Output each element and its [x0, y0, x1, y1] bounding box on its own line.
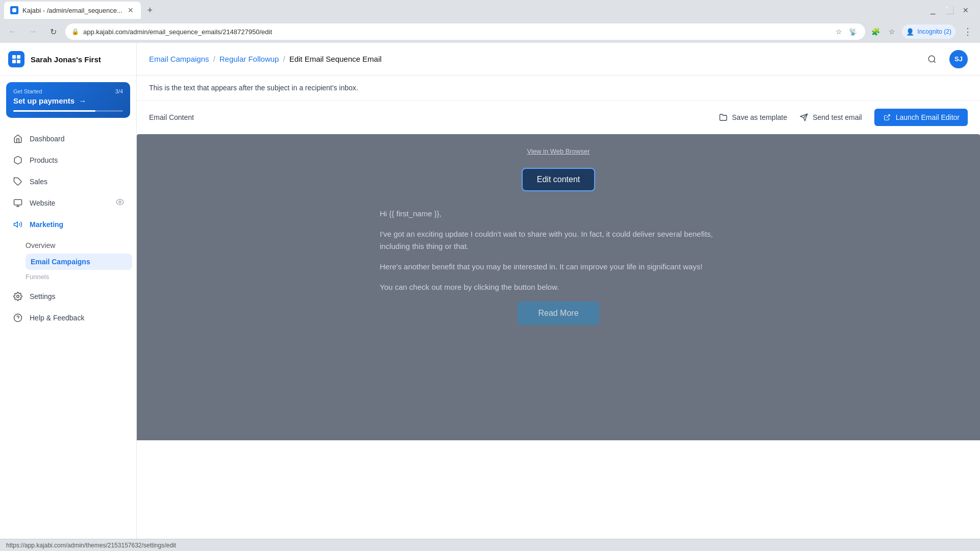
- edit-content-overlay: Edit content: [149, 168, 968, 191]
- email-paragraph-1: I've got an exciting update I couldn't w…: [380, 228, 737, 253]
- sidebar-item-settings[interactable]: Settings: [4, 286, 132, 307]
- extensions-icon[interactable]: 🧩: [869, 26, 881, 38]
- monitor-icon: [12, 197, 23, 209]
- main-content: Email Campaigns / Regular Followup / Edi…: [137, 43, 980, 539]
- question-icon: [12, 312, 23, 323]
- edit-content-button[interactable]: Edit content: [522, 168, 596, 191]
- view-in-browser-link[interactable]: View in Web Browser: [527, 147, 590, 155]
- save-template-button[interactable]: Save as template: [719, 113, 787, 122]
- preview-text-section: This is the text that appears after the …: [137, 76, 980, 101]
- svg-rect-4: [17, 60, 20, 63]
- subnav-email-campaigns[interactable]: Email Campaigns: [26, 254, 132, 270]
- settings-label: Settings: [30, 292, 56, 300]
- breadcrumb-regular-followup[interactable]: Regular Followup: [219, 55, 279, 63]
- lock-icon: 🔒: [71, 28, 79, 35]
- bookmark-icon[interactable]: ☆: [832, 26, 845, 38]
- eye-icon: [116, 198, 124, 208]
- app-layout: Sarah Jonas's First Get Started 3/4 Set …: [0, 43, 980, 539]
- breadcrumb-email-campaigns[interactable]: Email Campaigns: [149, 55, 209, 63]
- browser-menu-button[interactable]: ⋮: [960, 23, 976, 40]
- minimize-button[interactable]: ⎯: [927, 4, 939, 16]
- svg-rect-3: [12, 60, 16, 63]
- svg-point-9: [119, 201, 121, 203]
- subnav-funnels[interactable]: Funnels: [26, 270, 132, 284]
- sales-label: Sales: [30, 178, 47, 186]
- email-paragraph-2: Here's another benefit that you may be i…: [380, 261, 737, 273]
- launch-email-editor-button[interactable]: Launch Email Editor: [874, 109, 968, 126]
- progress-bar: [13, 110, 123, 112]
- avatar[interactable]: SJ: [949, 50, 968, 68]
- sidebar-item-marketing[interactable]: Marketing: [4, 214, 132, 235]
- incognito-label: Incognito (2): [917, 28, 951, 35]
- editor-area: This is the text that appears after the …: [137, 76, 980, 539]
- sidebar-item-dashboard[interactable]: Dashboard: [4, 128, 132, 149]
- tab-bar: Kajabi - /admin/email_sequence... ✕ + ⎯ …: [0, 0, 980, 20]
- sidebar-header: Sarah Jonas's First: [0, 43, 136, 76]
- search-button[interactable]: [923, 50, 941, 68]
- breadcrumb-sep-1: /: [213, 55, 215, 63]
- back-button[interactable]: ←: [4, 23, 20, 40]
- breadcrumb-sep-2: /: [283, 55, 285, 63]
- new-tab-button[interactable]: +: [143, 3, 157, 17]
- sidebar: Sarah Jonas's First Get Started 3/4 Set …: [0, 43, 137, 539]
- send-test-email-button[interactable]: Send test email: [799, 113, 862, 122]
- forward-button[interactable]: →: [24, 23, 41, 40]
- url-text: app.kajabi.com/admin/email_sequence_emai…: [83, 28, 272, 36]
- tab-title: Kajabi - /admin/email_sequence...: [22, 7, 122, 14]
- sidebar-brand-name: Sarah Jonas's First: [31, 55, 101, 64]
- active-tab[interactable]: Kajabi - /admin/email_sequence... ✕: [4, 2, 141, 19]
- sidebar-logo: [8, 51, 24, 67]
- address-bar[interactable]: 🔒 app.kajabi.com/admin/email_sequence_em…: [65, 23, 865, 40]
- sidebar-item-products[interactable]: Products: [4, 149, 132, 171]
- status-url: https://app.kajabi.com/admin/themes/2153…: [6, 542, 176, 549]
- progress-fill: [13, 110, 95, 112]
- sidebar-item-website[interactable]: Website: [4, 192, 132, 214]
- breadcrumb-current: Edit Email Sequence Email: [289, 55, 382, 63]
- close-button[interactable]: ✕: [960, 4, 972, 16]
- sidebar-item-sales[interactable]: Sales: [4, 171, 132, 192]
- get-started-card[interactable]: Get Started 3/4 Set up payments →: [6, 82, 130, 118]
- tab-close-button[interactable]: ✕: [127, 6, 135, 14]
- screen-cast-icon[interactable]: 📡: [847, 26, 859, 38]
- home-icon: [12, 133, 23, 144]
- email-greeting: Hi {{ first_name }},: [380, 208, 737, 220]
- subnav-overview[interactable]: Overview: [26, 237, 132, 254]
- email-body: Hi {{ first_name }}, I've got an excitin…: [380, 208, 737, 325]
- svg-rect-0: [12, 8, 16, 12]
- external-link-icon: [883, 113, 892, 122]
- read-more-button[interactable]: Read More: [518, 302, 599, 325]
- email-preview-container: View in Web Browser Edit content Hi {{ f…: [137, 134, 980, 440]
- folder-icon: [719, 113, 728, 122]
- svg-point-13: [928, 56, 935, 62]
- sidebar-nav: Dashboard Products Sales: [0, 124, 136, 539]
- reload-button[interactable]: ↻: [45, 23, 61, 40]
- address-bar-row: ← → ↻ 🔒 app.kajabi.com/admin/email_seque…: [0, 20, 980, 43]
- svg-rect-6: [14, 199, 22, 205]
- bookmark-star-icon[interactable]: ☆: [886, 26, 898, 38]
- address-bar-actions: ☆ 📡: [832, 26, 859, 38]
- top-nav-actions: SJ: [923, 50, 968, 68]
- products-label: Products: [30, 156, 58, 164]
- get-started-label: Get Started 3/4: [13, 88, 123, 94]
- svg-line-17: [887, 115, 890, 118]
- browser-chrome: Kajabi - /admin/email_sequence... ✕ + ⎯ …: [0, 0, 980, 43]
- tab-favicon: [10, 6, 18, 14]
- svg-rect-2: [17, 55, 20, 59]
- breadcrumb: Email Campaigns / Regular Followup / Edi…: [149, 55, 382, 63]
- marketing-subnav: Overview Email Campaigns Funnels: [0, 235, 136, 286]
- box-icon: [12, 155, 23, 166]
- maximize-button[interactable]: ⬜: [943, 4, 955, 16]
- email-content-section: Email Content Save as template: [137, 101, 980, 126]
- get-started-title: Set up payments →: [13, 96, 123, 105]
- dashboard-label: Dashboard: [30, 135, 65, 143]
- megaphone-icon: [12, 219, 23, 230]
- website-label: Website: [30, 199, 55, 207]
- window-controls: ⎯ ⬜ ✕: [927, 4, 976, 16]
- send-icon: [799, 113, 808, 122]
- incognito-indicator[interactable]: 👤 Incognito (2): [902, 24, 955, 39]
- email-content-label: Email Content: [149, 113, 194, 121]
- status-bar: https://app.kajabi.com/admin/themes/2153…: [0, 539, 980, 551]
- tag-icon: [12, 176, 23, 187]
- sidebar-item-help[interactable]: Help & Feedback: [4, 307, 132, 329]
- svg-point-10: [17, 295, 19, 298]
